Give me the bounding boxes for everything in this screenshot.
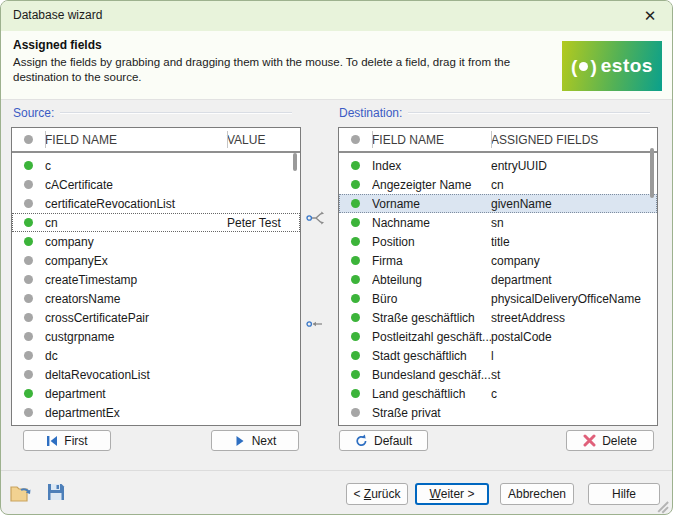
field-name: dc [45, 349, 227, 363]
table-row[interactable]: IndexentryUUID [339, 156, 657, 175]
status-column-icon [24, 135, 33, 144]
table-row[interactable]: department [12, 384, 300, 403]
column-divider[interactable] [227, 131, 228, 148]
field-name: Straße geschäftlich [372, 311, 491, 325]
page-description: Assign the fields by grabbing and draggi… [13, 55, 561, 85]
divider [408, 112, 650, 114]
table-row[interactable]: Nachnamesn [339, 213, 657, 232]
assigned-value: department [491, 273, 657, 287]
assigned-value: st [491, 368, 657, 382]
assigned-value: cn [491, 178, 657, 192]
status-dot [351, 313, 360, 322]
table-row[interactable]: creatorsName [12, 289, 300, 308]
status-dot [24, 237, 33, 246]
status-dot [24, 218, 33, 227]
first-button[interactable]: First [23, 430, 111, 451]
table-row[interactable]: companyEx [12, 251, 300, 270]
field-name: Position [372, 235, 491, 249]
resize-grip[interactable] [657, 499, 670, 512]
cancel-button[interactable]: Abbrechen [500, 483, 574, 505]
destination-rows: IndexentryUUIDAngezeigter NamecnVornameg… [339, 153, 657, 422]
back-button[interactable]: < Zurück [346, 483, 408, 505]
close-icon[interactable]: ✕ [632, 2, 668, 30]
field-name: c [45, 159, 227, 173]
status-dot [351, 389, 360, 398]
source-list[interactable]: FIELD NAME VALUE ccACertificatecertifica… [11, 127, 301, 426]
delete-button[interactable]: Delete [566, 430, 654, 451]
save-icon[interactable] [47, 483, 65, 501]
field-name: certificateRevocationList [45, 197, 227, 211]
status-dot [24, 351, 33, 360]
status-dot [24, 161, 33, 170]
help-button[interactable]: Hilfe [588, 483, 660, 505]
field-name: departmentEx [45, 406, 227, 420]
table-row[interactable]: dc [12, 346, 300, 365]
status-dot [24, 199, 33, 208]
status-dot [24, 275, 33, 284]
table-row[interactable]: cnPeter Test [12, 213, 300, 232]
status-dot [351, 351, 360, 360]
logo-eye-icon: ( [571, 57, 577, 76]
table-row[interactable]: Bundesland geschäf...st [339, 365, 657, 384]
table-row[interactable]: Positiontitle [339, 232, 657, 251]
table-row[interactable]: Firmacompany [339, 251, 657, 270]
logo-text: estos [601, 55, 653, 77]
status-dot [351, 275, 360, 284]
field-name: Bundesland geschäf... [372, 368, 491, 382]
status-dot [24, 294, 33, 303]
table-row[interactable]: Postleitzahl geschäft...postalCode [339, 327, 657, 346]
table-row[interactable]: BürophysicalDeliveryOfficeName [339, 289, 657, 308]
field-name: company [45, 235, 227, 249]
table-row[interactable]: departmentEx [12, 403, 300, 422]
table-row[interactable]: createTimestamp [12, 270, 300, 289]
database-wizard-dialog: Database wizard ✕ Assigned fields Assign… [0, 0, 673, 515]
folder-open-icon[interactable] [10, 483, 35, 504]
field-name: Vorname [372, 197, 491, 211]
table-row[interactable]: company [12, 232, 300, 251]
next-button[interactable]: Next [211, 430, 299, 451]
assigned-value: streetAddress [491, 311, 657, 325]
table-row[interactable]: certificateRevocationList [12, 194, 300, 213]
table-row[interactable]: Angezeigter Namecn [339, 175, 657, 194]
column-value: VALUE [227, 133, 300, 147]
titlebar: Database wizard ✕ [1, 1, 672, 31]
estos-logo: ( ) estos [562, 41, 662, 91]
table-row[interactable]: Stadt geschäftlichl [339, 346, 657, 365]
table-row[interactable]: crossCertificatePair [12, 308, 300, 327]
table-row[interactable]: Abteilungdepartment [339, 270, 657, 289]
field-name: department [45, 387, 227, 401]
window-title: Database wizard [13, 8, 102, 22]
table-row[interactable]: Straße privat [339, 403, 657, 422]
status-dot [351, 332, 360, 341]
status-dot [24, 332, 33, 341]
scrollbar-thumb[interactable] [293, 153, 297, 171]
table-row[interactable]: custgrpname [12, 327, 300, 346]
table-row[interactable]: cACertificate [12, 175, 300, 194]
default-button[interactable]: Default [339, 430, 428, 451]
skip-to-first-icon [46, 435, 58, 447]
field-name: Angezeigter Name [372, 178, 491, 192]
status-dot [351, 256, 360, 265]
table-row[interactable]: Land geschäftlichc [339, 384, 657, 403]
status-dot [24, 370, 33, 379]
table-row[interactable]: Straße geschäftlichstreetAddress [339, 308, 657, 327]
table-row[interactable]: VornamegivenName [339, 194, 657, 213]
undo-arrow-icon [355, 434, 368, 447]
table-row[interactable]: c [12, 156, 300, 175]
field-name: Postleitzahl geschäft... [372, 330, 491, 344]
weiter-next-button[interactable]: Weiter > [415, 483, 489, 505]
page-title: Assigned fields [13, 38, 102, 52]
field-name: Abteilung [372, 273, 491, 287]
assigned-value: company [491, 254, 657, 268]
scrollbar-thumb[interactable] [650, 148, 654, 198]
assigned-value: c [491, 387, 657, 401]
assigned-value: givenName [491, 197, 657, 211]
field-name: Nachname [372, 216, 491, 230]
assigned-value: Peter Test [227, 216, 300, 230]
assigned-value: physicalDeliveryOfficeName [491, 292, 657, 306]
field-name: Land geschäftlich [372, 387, 491, 401]
column-divider[interactable] [491, 131, 492, 148]
destination-list[interactable]: FIELD NAME ASSIGNED FIELDS IndexentryUUI… [338, 127, 658, 426]
table-row[interactable]: deltaRevocationList [12, 365, 300, 384]
unassign-field-icon [306, 317, 324, 331]
